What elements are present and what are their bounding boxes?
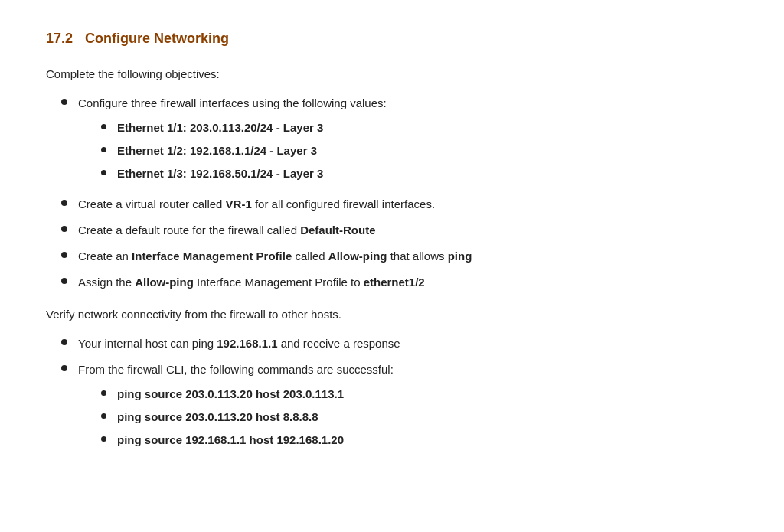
verify-list: Your internal host can ping 192.168.1.1 …: [46, 335, 738, 454]
sub-list: ping source 203.0.113.20 host 203.0.113.…: [78, 385, 738, 449]
list-item-content: Configure three firewall interfaces usin…: [78, 94, 738, 188]
list-item: ping source 192.168.1.1 host 192.168.1.2…: [78, 431, 738, 449]
bullet-icon: [101, 170, 106, 175]
list-item: Your internal host can ping 192.168.1.1 …: [46, 335, 738, 353]
v2-text: From the firewall CLI, the following com…: [78, 363, 394, 376]
list-item-content: From the firewall CLI, the following com…: [78, 361, 738, 454]
intro-text: Complete the following objectives:: [46, 65, 738, 83]
bullet-icon: [101, 147, 106, 152]
list-item-content: Create a virtual router called VR-1 for …: [78, 195, 738, 214]
bullet-icon: [61, 365, 67, 371]
sub-item-text: Ethernet 1/2: 192.168.1.1/24 - Layer 3: [117, 142, 317, 160]
bullet-icon: [61, 278, 67, 284]
vs1-text: ping source 203.0.113.20 host 203.0.113.…: [117, 385, 344, 403]
list-item: Assign the Allow-ping Interface Manageme…: [46, 273, 738, 292]
list-item-content: Assign the Allow-ping Interface Manageme…: [78, 273, 738, 292]
bullet-icon: [61, 226, 67, 232]
list-item: Ethernet 1/1: 203.0.113.20/24 - Layer 3: [78, 119, 738, 137]
list-item: ping source 203.0.113.20 host 8.8.8.8: [78, 408, 738, 426]
vs3-text: ping source 192.168.1.1 host 192.168.1.2…: [117, 431, 344, 449]
sub-item-text: Ethernet 1/1: 203.0.113.20/24 - Layer 3: [117, 119, 323, 137]
bullet-icon: [61, 99, 67, 105]
list-item: Configure three firewall interfaces usin…: [46, 94, 738, 188]
v1-text: Your internal host can ping 192.168.1.1 …: [78, 337, 400, 350]
obj3-text: Create a default route for the firewall …: [78, 224, 375, 237]
list-item-content: Create a default route for the firewall …: [78, 221, 738, 240]
obj1-text: Configure three firewall interfaces usin…: [78, 96, 387, 109]
vs2-text: ping source 203.0.113.20 host 8.8.8.8: [117, 408, 318, 426]
list-item: Create an Interface Management Profile c…: [46, 247, 738, 266]
list-item-content: Create an Interface Management Profile c…: [78, 247, 738, 266]
list-item: From the firewall CLI, the following com…: [46, 361, 738, 454]
bullet-icon: [61, 339, 67, 345]
list-item: Ethernet 1/3: 192.168.50.1/24 - Layer 3: [78, 165, 738, 183]
section-number: 17.2: [46, 31, 73, 47]
verify-intro-text: Verify network connectivity from the fir…: [46, 305, 738, 324]
bullet-icon: [101, 124, 106, 129]
sub-list: Ethernet 1/1: 203.0.113.20/24 - Layer 3 …: [78, 119, 738, 183]
section-title: Configure Networking: [85, 31, 229, 47]
list-item: Create a default route for the firewall …: [46, 221, 738, 240]
sub-item-text: Ethernet 1/3: 192.168.50.1/24 - Layer 3: [117, 165, 323, 183]
list-item: ping source 203.0.113.20 host 203.0.113.…: [78, 385, 738, 403]
obj5-text: Assign the Allow-ping Interface Manageme…: [78, 276, 425, 289]
list-item-content: Your internal host can ping 192.168.1.1 …: [78, 335, 738, 353]
list-item: Create a virtual router called VR-1 for …: [46, 195, 738, 214]
bullet-icon: [61, 200, 67, 206]
section-heading: 17.2 Configure Networking: [46, 31, 738, 47]
obj4-text: Create an Interface Management Profile c…: [78, 250, 472, 263]
bullet-icon: [101, 436, 106, 442]
list-item: Ethernet 1/2: 192.168.1.1/24 - Layer 3: [78, 142, 738, 160]
bullet-icon: [101, 413, 106, 419]
bullet-icon: [101, 390, 106, 396]
objectives-list: Configure three firewall interfaces usin…: [46, 94, 738, 292]
bullet-icon: [61, 252, 67, 258]
obj2-text: Create a virtual router called VR-1 for …: [78, 197, 435, 211]
